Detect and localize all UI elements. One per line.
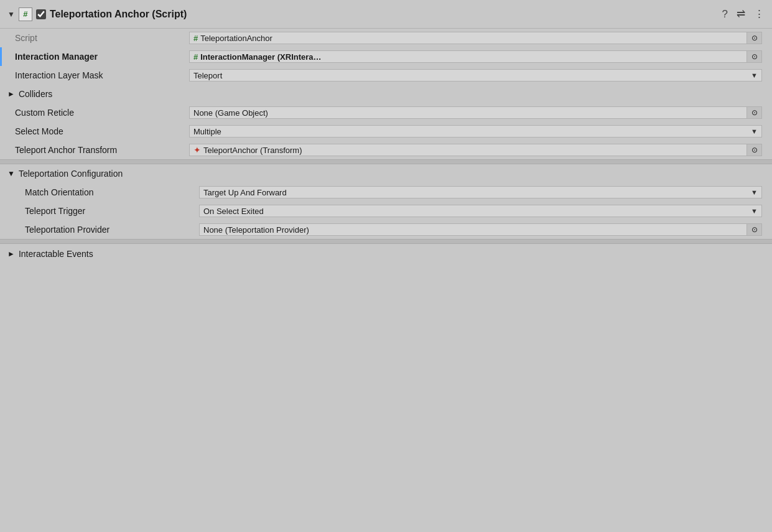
teleportation-provider-target-button[interactable]: ⊙ (746, 224, 761, 235)
script-value-box[interactable]: # TeleportationAnchor ⊙ (189, 32, 762, 44)
teleportation-provider-value-container: None (Teleportation Provider) ⊙ (199, 223, 762, 236)
component-title: Teleportation Anchor (Script) (50, 9, 719, 20)
match-orientation-dropdown[interactable]: Target Up And Forward ▼ (199, 186, 762, 198)
script-hash-icon: # (193, 34, 198, 43)
section-divider (0, 159, 772, 164)
teleportation-provider-value-text: None (Teleportation Provider) (203, 225, 309, 235)
interaction-manager-row: Interaction Manager # InteractionManager… (0, 47, 772, 66)
colliders-collapse-arrow[interactable]: ► (7, 90, 15, 98)
custom-reticle-value-text: None (Game Object) (193, 108, 268, 118)
teleport-anchor-transform-value-container: ✦ TeleportAnchor (Transform) ⊙ (189, 144, 762, 156)
match-orientation-row: Match Orientation Target Up And Forward … (0, 183, 772, 202)
script-target-button[interactable]: ⊙ (746, 32, 761, 44)
header-icons: ? ⇌ ⋮ (722, 7, 765, 21)
custom-reticle-row: Custom Reticle None (Game Object) ⊙ (0, 103, 772, 122)
match-orientation-arrow: ▼ (751, 189, 758, 196)
teleport-trigger-value-text: On Select Exited (203, 207, 264, 216)
interactable-events-row[interactable]: ► Interactable Events (0, 244, 772, 264)
interaction-layer-mask-value-text: Teleport (193, 71, 222, 80)
select-mode-arrow: ▼ (751, 128, 758, 135)
teleportation-provider-row: Teleportation Provider None (Teleportati… (0, 220, 772, 239)
teleport-anchor-transform-target-button[interactable]: ⊙ (746, 144, 761, 156)
script-label: Script (15, 33, 189, 43)
teleportation-provider-value-box[interactable]: None (Teleportation Provider) ⊙ (199, 223, 762, 236)
interaction-manager-value-box[interactable]: # InteractionManager (XRIntera… ⊙ (189, 50, 762, 63)
teleport-anchor-transform-value-box[interactable]: ✦ TeleportAnchor (Transform) ⊙ (189, 144, 762, 156)
interaction-manager-hash-icon: # (193, 52, 198, 62)
custom-reticle-target-button[interactable]: ⊙ (746, 107, 761, 118)
teleport-trigger-label: Teleport Trigger (25, 206, 199, 216)
select-mode-value-container: Multiple ▼ (189, 125, 762, 138)
teleport-anchor-transform-value-text: TeleportAnchor (Transform) (203, 146, 302, 155)
custom-reticle-value-container: None (Game Object) ⊙ (189, 106, 762, 119)
select-mode-label: Select Mode (15, 126, 189, 136)
interaction-manager-value-container: # InteractionManager (XRIntera… ⊙ (189, 50, 762, 63)
teleportation-configuration-label: Teleportation Configuration (19, 169, 123, 179)
component-icon: # (19, 7, 32, 21)
interactable-events-arrow: ► (7, 250, 15, 258)
interactable-events-label: Interactable Events (19, 249, 93, 259)
match-orientation-label: Match Orientation (25, 187, 199, 197)
select-mode-dropdown[interactable]: Multiple ▼ (189, 125, 762, 138)
select-mode-value-text: Multiple (193, 127, 221, 136)
help-icon[interactable]: ? (722, 8, 728, 21)
interaction-layer-mask-value-container: Teleport ▼ (189, 69, 762, 82)
component-header: ▼ # Teleportation Anchor (Script) ? ⇌ ⋮ (0, 0, 772, 29)
teleportation-provider-label: Teleportation Provider (25, 225, 199, 235)
select-mode-row: Select Mode Multiple ▼ (0, 122, 772, 141)
match-orientation-value-container: Target Up And Forward ▼ (199, 186, 762, 198)
teleport-anchor-transform-label: Teleport Anchor Transform (15, 145, 189, 155)
teleport-trigger-arrow: ▼ (751, 207, 758, 215)
match-orientation-value-text: Target Up And Forward (203, 188, 287, 197)
teleport-trigger-dropdown[interactable]: On Select Exited ▼ (199, 205, 762, 217)
colliders-row[interactable]: ► Colliders (0, 85, 772, 103)
teleport-trigger-value-container: On Select Exited ▼ (199, 205, 762, 217)
interaction-layer-mask-row: Interaction Layer Mask Teleport ▼ (0, 66, 772, 85)
teleportation-configuration-arrow: ▼ (7, 169, 15, 178)
script-value-text: TeleportationAnchor (200, 34, 272, 43)
interaction-manager-value-text: InteractionManager (XRIntera… (200, 52, 321, 62)
interaction-layer-mask-dropdown[interactable]: Teleport ▼ (189, 69, 762, 82)
script-row: Script # TeleportationAnchor ⊙ (0, 29, 772, 47)
more-icon[interactable]: ⋮ (754, 7, 765, 21)
interaction-manager-target-button[interactable]: ⊙ (746, 51, 761, 62)
teleport-anchor-transform-row: Teleport Anchor Transform ✦ TeleportAnch… (0, 141, 772, 159)
collapse-arrow[interactable]: ▼ (7, 10, 15, 19)
interaction-manager-label: Interaction Manager (15, 52, 189, 62)
colliders-label: Colliders (19, 89, 52, 99)
teleportation-configuration-header[interactable]: ▼ Teleportation Configuration (0, 164, 772, 183)
custom-reticle-value-box[interactable]: None (Game Object) ⊙ (189, 106, 762, 119)
interaction-layer-mask-arrow: ▼ (751, 72, 758, 79)
settings-icon[interactable]: ⇌ (737, 7, 745, 21)
custom-reticle-label: Custom Reticle (15, 108, 189, 118)
section-divider-2 (0, 239, 772, 244)
transform-icon: ✦ (193, 145, 201, 155)
script-value-container: # TeleportationAnchor ⊙ (189, 32, 762, 44)
interaction-layer-mask-label: Interaction Layer Mask (15, 70, 189, 80)
teleport-trigger-row: Teleport Trigger On Select Exited ▼ (0, 202, 772, 220)
inspector-panel: ▼ # Teleportation Anchor (Script) ? ⇌ ⋮ … (0, 0, 772, 264)
component-enabled-checkbox[interactable] (36, 9, 46, 19)
